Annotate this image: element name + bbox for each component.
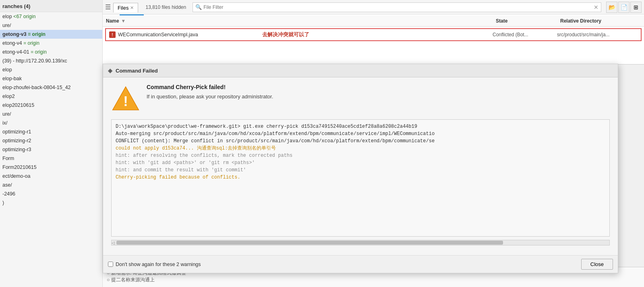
sidebar-item-8[interactable]: elop-zhoufei-back-0804-15_42 [0,83,102,92]
file-name: WECommunicationServiceImpl.java [118,32,255,37]
sidebar-item-3[interactable]: etong-v4 = origin [0,39,102,48]
files-toolbar: ☰ Files ✕ 13,810 files hidden 🔍 ✕ 📂 📄 ⊞ [103,0,644,15]
command-failed-dialog: ◈ Command Failed ! Command Cherry-Pick f… [103,64,618,273]
terminal-line-6: hint: and commit the result with 'git co… [116,166,605,174]
terminal-line-0: D:\java\workSpace\product\we-framework.g… [116,123,605,130]
files-tab[interactable]: Files ✕ [113,3,138,12]
svg-text:!: ! [123,94,128,109]
dialog-subtext: If in question, please ask your reposito… [147,94,273,100]
column-relative-directory: Relative Directory [560,18,641,24]
file-filter-input[interactable] [203,4,592,10]
dialog-titlebar: ◈ Command Failed [103,64,618,77]
sidebar-item-14[interactable]: optimizing-r2 [0,136,102,145]
toolbar-icons: 📂 📄 ⊞ [606,2,642,13]
sidebar-item-12[interactable]: ix/ [0,119,102,127]
sidebar-item-15[interactable]: optimizing-r3 [0,145,102,154]
sidebar-item-13[interactable]: optimizing-r1 [0,127,102,136]
sidebar-item-16[interactable]: Form [0,154,102,163]
folder-open-button[interactable]: 📂 [606,2,617,13]
files-table-header: Name ▾ State Relative Directory [103,15,644,27]
file-button[interactable]: 📄 [618,2,630,13]
terminal-output: D:\java\workSpace\product\we-framework.g… [111,119,610,237]
close-button[interactable]: Close [581,259,613,270]
diamond-arrow-icon: ◈ [108,67,112,74]
file-rows-container: ! WECommunicationServiceImpl.java 去解决冲突就… [103,28,644,41]
dont-show-again-label[interactable]: Don't show again for these 2 warnings [116,262,201,267]
file-state: Conflicted (Bot... [493,32,557,37]
dont-show-again-row: Don't show again for these 2 warnings [108,262,201,267]
sidebar-item-18[interactable]: ect/demo-oa [0,172,102,181]
sidebar-item-4[interactable]: etong-v4-01 = origin [0,48,102,56]
sidebar-item-0[interactable]: elop <67 origin [0,12,102,21]
sidebar-item-7[interactable]: elop-bak [0,74,102,83]
sidebar: ranches (4) elop <67 originure/getong-v3… [0,0,103,287]
hamburger-icon[interactable]: ☰ [105,3,111,11]
search-icon: 🔍 [195,4,202,10]
log-item-1: ○ 提二名称来源沟通上 [107,277,640,283]
column-name: Name ▾ [106,18,259,24]
files-panel: ☰ Files ✕ 13,810 files hidden 🔍 ✕ 📂 📄 ⊞ … [103,0,644,64]
dialog-body: ! Command Cherry-Pick failed! If in ques… [103,77,618,255]
sidebar-item-2[interactable]: getong-v3 = origin [0,30,102,39]
terminal-line-2: CONFLICT (content): Merge conflict in sr… [116,137,605,145]
sidebar-header: ranches (4) [0,0,102,12]
dialog-top-section: ! Command Cherry-Pick failed! If in ques… [111,84,610,113]
file-conflict-icon: ! [109,31,116,38]
column-state: State [496,18,560,24]
sidebar-item-19[interactable]: ase/ [0,181,102,189]
sidebar-item-1[interactable]: ure/ [0,21,102,30]
files-tab-label: Files [118,5,128,11]
file-annotation: 去解决冲突就可以了 [262,31,493,38]
terminal-line-5: hint: with 'git add <paths>' or 'git rm … [116,159,605,166]
table-row[interactable]: ! WECommunicationServiceImpl.java 去解决冲突就… [105,28,642,41]
sidebar-item-11[interactable]: ure/ [0,110,102,119]
dont-show-again-checkbox[interactable] [108,262,113,267]
scroll-left-icon: ◁ [112,241,115,245]
terminal-scrollbar-thumb[interactable] [116,241,503,245]
sidebar-item-21[interactable]: ) [0,198,102,207]
files-tab-close-icon[interactable]: ✕ [130,5,134,10]
terminal-line-7: Cherry-picking failed because of conflic… [116,174,605,181]
warning-triangle-icon: ! [111,84,140,113]
file-relative-directory: src/product/src/main/ja... [557,32,638,37]
terminal-scrollbar[interactable]: ◁ [111,240,610,245]
sidebar-item-17[interactable]: Form20210615 [0,163,102,172]
dialog-heading: Command Cherry-Pick failed! [147,84,273,90]
sidebar-item-9[interactable]: elop2 [0,92,102,101]
hidden-files-count: 13,810 files hidden [145,4,186,10]
filter-clear-icon[interactable]: ✕ [594,4,598,10]
dialog-message: Command Cherry-Pick failed! If in questi… [147,84,273,100]
dialog-title: Command Failed [116,68,158,74]
file-filter-area[interactable]: 🔍 ✕ [193,2,601,12]
terminal-line-4: hint: after resolving the conflicts, mar… [116,152,605,159]
sidebar-item-20[interactable]: -2496 [0,189,102,198]
grid-button[interactable]: ⊞ [630,2,642,13]
chevron-down-icon: ▾ [122,18,124,24]
sidebar-item-10[interactable]: elop20210615 [0,101,102,110]
terminal-line-3: could not apply d153ca74... 沟通查询sql:去掉查询… [116,145,605,152]
sidebar-item-5[interactable]: (39) - http://172.20.90.139/xc [0,56,102,65]
terminal-line-1: Auto-merging src/product/src/main/java/c… [116,130,605,137]
sidebar-header-label: ranches (4) [2,3,30,9]
sidebar-item-6[interactable]: elop [0,65,102,74]
dialog-footer: Don't show again for these 2 warnings Cl… [103,255,618,273]
